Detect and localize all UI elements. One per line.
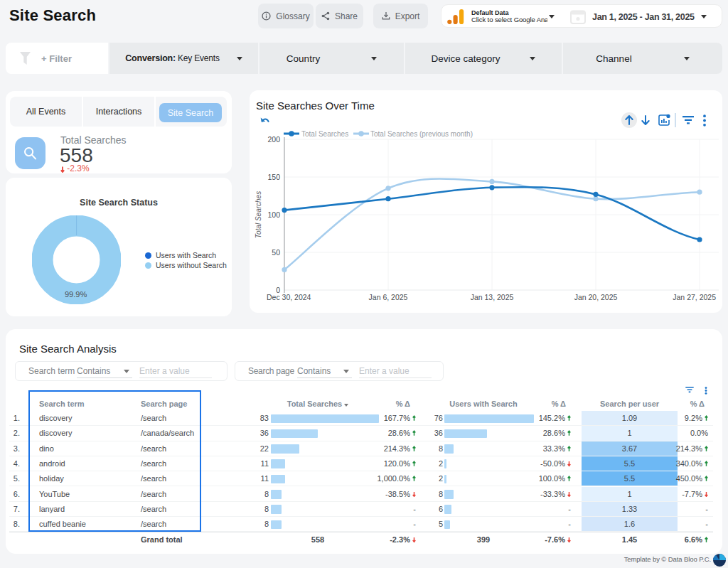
svg-text:Jan 20, 2025: Jan 20, 2025	[574, 293, 618, 301]
svg-text:50: 50	[272, 248, 280, 257]
svg-text:Jan 13, 2025: Jan 13, 2025	[471, 293, 514, 301]
svg-text:150: 150	[267, 173, 280, 181]
svg-text:Jan 27, 2025: Jan 27, 2025	[673, 293, 716, 301]
svg-text:Dec 30, 2024: Dec 30, 2024	[267, 293, 311, 301]
svg-text:Total Searches: Total Searches	[255, 191, 262, 238]
svg-text:200: 200	[267, 135, 280, 144]
svg-text:100: 100	[267, 210, 280, 219]
svg-text:Jan 6, 2025: Jan 6, 2025	[369, 293, 408, 301]
